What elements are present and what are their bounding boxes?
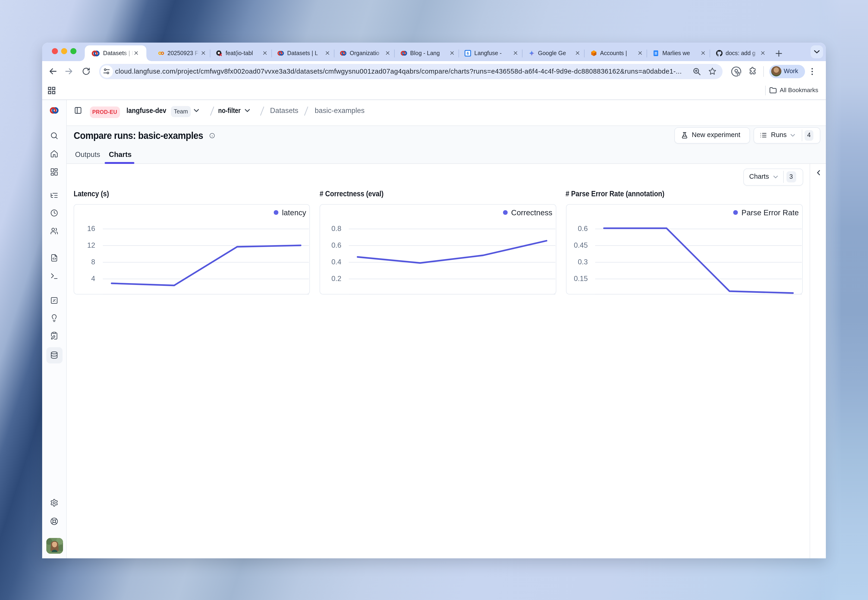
svg-text:6: 6 (467, 51, 469, 55)
